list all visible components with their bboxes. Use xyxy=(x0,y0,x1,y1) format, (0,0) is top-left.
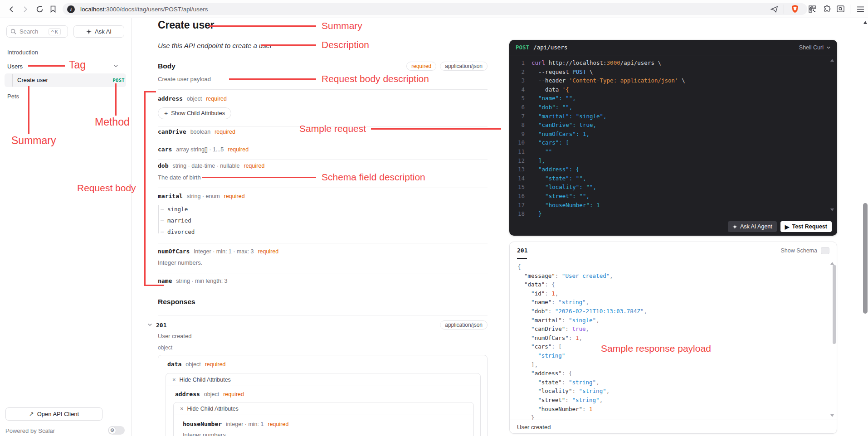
gear-icon: ⚙ xyxy=(108,426,116,434)
field-description-housenumber: Integer numbers. xyxy=(183,431,227,436)
hide-child-attributes-button[interactable]: × Hide Child Attributes xyxy=(174,402,473,415)
divider xyxy=(158,273,488,273)
sparkle-icon xyxy=(86,29,92,34)
schema-field-marital: marital string · enum required xyxy=(158,193,245,199)
chevron-down-icon[interactable] xyxy=(113,63,118,69)
annotation-request-body-description: Request body description xyxy=(322,73,429,84)
show-child-attributes-button[interactable]: + Show Child Attributes xyxy=(158,107,231,119)
show-schema-toggle[interactable] xyxy=(821,247,829,254)
annotation-request-body: Request body xyxy=(77,183,136,194)
annotation-line-summary xyxy=(209,25,316,27)
response-201-row[interactable]: 201 application/json xyxy=(147,320,488,329)
qr-code-icon[interactable] xyxy=(807,4,817,14)
divider xyxy=(158,89,488,90)
play-icon: ▶ xyxy=(785,223,790,230)
address-bar[interactable]: i localhost:3000/docs#tag/users/POST/api… xyxy=(63,3,807,15)
url-text: localhost:3000/docs#tag/users/POST/api/u… xyxy=(80,6,208,13)
schema-field-data: data object required xyxy=(167,361,226,368)
annotation-method: Method xyxy=(95,116,130,128)
search-placeholder: Search xyxy=(20,28,38,35)
scroll-down-arrow[interactable] xyxy=(830,208,834,211)
chevron-down-icon[interactable] xyxy=(147,322,152,328)
annotation-sidebar-summary: Summary xyxy=(11,135,56,147)
sidebar-item-pets[interactable]: Pets xyxy=(7,93,19,100)
close-icon: × xyxy=(180,405,184,412)
send-to-device-icon[interactable] xyxy=(769,4,779,14)
client-library-select[interactable]: Shell Curl xyxy=(799,44,831,51)
content-type-badge: application/json xyxy=(440,62,488,71)
schema-field-dob: dob string · date-time · nullable requir… xyxy=(158,162,264,169)
annotation-summary: Summary xyxy=(322,20,362,31)
search-shortcut: ^ K xyxy=(49,28,61,35)
schema-field-name: name string · min length: 3 xyxy=(158,277,228,284)
annotation-bracket-bottom xyxy=(144,285,164,286)
site-info-icon[interactable]: i xyxy=(67,5,75,13)
response-content-type-badge: application/json xyxy=(440,320,488,329)
response-scrollbar-thumb[interactable] xyxy=(833,265,836,344)
ask-ai-agent-button[interactable]: Ask AI Agent xyxy=(728,221,777,232)
enum-value-divorced: divorced xyxy=(161,228,195,235)
body-section-heading: Body xyxy=(158,62,176,70)
schema-field-cars: cars array string[] · 1...5 required xyxy=(158,146,249,153)
open-api-client-button[interactable]: ↗ Open API Client xyxy=(5,407,102,421)
chevron-down-icon xyxy=(826,45,831,50)
responses-heading: Responses xyxy=(158,298,195,306)
page-scroll-up-arrow[interactable] xyxy=(863,21,867,24)
annotation-line-sidebar-summary xyxy=(28,86,29,134)
back-icon[interactable] xyxy=(6,4,16,14)
page-scrollbar-thumb[interactable] xyxy=(863,203,868,314)
annotation-sample-response-payload: Sample response payload xyxy=(601,343,711,354)
annotation-line-sample-request xyxy=(371,128,501,130)
reload-icon[interactable] xyxy=(34,4,44,14)
sidebar-item-introduction[interactable]: Introduction xyxy=(7,49,38,56)
search-input[interactable]: Search ^ K xyxy=(6,25,68,38)
response-status-tab[interactable]: 201 xyxy=(517,247,527,254)
theme-toggle[interactable]: ⚙ xyxy=(108,426,125,435)
scroll-up-arrow[interactable] xyxy=(830,59,834,62)
bookmark-icon[interactable] xyxy=(48,4,58,14)
sidebar-indent-guide xyxy=(12,74,13,87)
schema-field-address: address object required xyxy=(158,95,227,102)
request-path: /api/users xyxy=(533,44,567,51)
sidebar-item-users[interactable]: Users xyxy=(7,63,23,70)
show-schema-control: Show Schema xyxy=(780,247,829,254)
extensions-icon[interactable] xyxy=(822,4,832,14)
divider xyxy=(158,315,488,315)
hide-child-attributes-button[interactable]: × Hide Child Attributes xyxy=(166,373,480,386)
enum-value-married: married xyxy=(161,217,191,224)
sparkle-icon xyxy=(732,224,737,229)
request-panel-header: POST /api/users Shell Curl xyxy=(509,40,837,55)
response-footer: User created xyxy=(510,420,837,434)
divider xyxy=(158,243,488,243)
response-status-code: 201 xyxy=(156,322,166,329)
forward-icon[interactable] xyxy=(20,4,30,14)
sidebar-item-create-user-label[interactable]: Create user xyxy=(17,77,48,83)
schema-field-candrive: canDrive boolean required xyxy=(158,128,235,135)
request-example-panel: POST /api/users Shell Curl 1curl http://… xyxy=(509,40,837,236)
schema-field-housenumber: houseNumber integer · min: 1 required xyxy=(183,421,288,427)
ask-ai-button[interactable]: Ask AI xyxy=(73,25,124,38)
browser-toolbar: i localhost:3000/docs#tag/users/POST/api… xyxy=(0,0,868,18)
annotation-line-description xyxy=(261,44,316,46)
page-title: Create user xyxy=(158,19,214,31)
brave-shield-icon[interactable] xyxy=(790,4,800,14)
page: i localhost:3000/docs#tag/users/POST/api… xyxy=(0,0,868,436)
annotation-sample-request: Sample request xyxy=(299,123,366,134)
endpoint-description: Use this API endpoint to create a user xyxy=(158,42,272,49)
request-method: POST xyxy=(516,44,529,51)
close-icon: × xyxy=(172,376,176,383)
annotation-description: Description xyxy=(322,39,369,50)
annotation-line-tag xyxy=(28,65,65,67)
scroll-up-arrow[interactable] xyxy=(830,262,834,265)
required-badge: required xyxy=(406,62,436,71)
method-badge: POST xyxy=(113,78,125,83)
scroll-down-arrow[interactable] xyxy=(830,414,834,417)
enum-tree-line xyxy=(158,205,159,233)
sidebar: Search ^ K Ask AI Introduction Users Cre… xyxy=(0,18,132,436)
response-description: User created xyxy=(158,333,191,339)
annotation-bracket-vertical xyxy=(144,91,146,286)
test-request-button[interactable]: ▶ Test Request xyxy=(780,221,832,232)
divider xyxy=(158,160,488,160)
sidebar-search-icon[interactable] xyxy=(835,4,845,14)
menu-icon[interactable] xyxy=(855,4,865,14)
